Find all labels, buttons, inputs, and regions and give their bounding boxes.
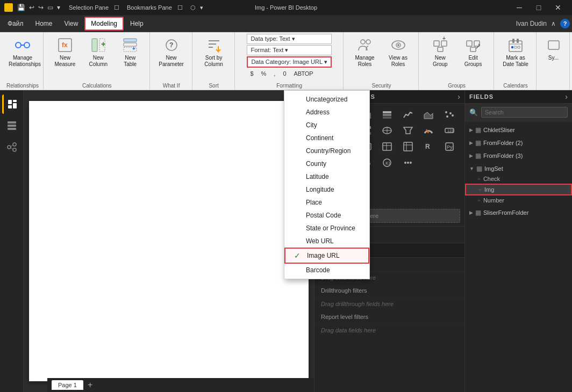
help-btn[interactable]: ? bbox=[560, 19, 570, 28]
data-category-dropdown[interactable]: Data Category: Image URL ▾ bbox=[247, 56, 331, 68]
field-group-fromfolder3-header[interactable]: ▶ ▦ FromFolder (3) bbox=[465, 150, 572, 161]
menu-item-postal-code[interactable]: Postal Code bbox=[284, 209, 369, 222]
new-group-btn[interactable]: + New Group bbox=[424, 34, 456, 75]
viz-table[interactable] bbox=[380, 139, 395, 154]
menu-item-country-region[interactable]: Country/Region bbox=[284, 144, 369, 157]
viz-card[interactable]: 123 bbox=[442, 123, 457, 138]
menu-item-state-province[interactable]: State or Province bbox=[284, 222, 369, 235]
menu-home[interactable]: Home bbox=[30, 18, 58, 30]
menu-item-county[interactable]: County bbox=[284, 157, 369, 170]
menu-item-web-url[interactable]: Web URL bbox=[284, 235, 369, 248]
data-view-icon[interactable] bbox=[2, 116, 22, 135]
groups-group-label: Groups bbox=[448, 82, 466, 89]
parameter-icon: ? bbox=[163, 37, 180, 54]
filter-drag-2[interactable]: Drag drillthrough fields here bbox=[314, 297, 464, 310]
menu-item-uncategorized[interactable]: Uncategorized bbox=[284, 93, 369, 106]
report-view-icon[interactable] bbox=[2, 95, 22, 114]
checkbox-bookmarks[interactable]: ☐ bbox=[177, 4, 183, 11]
viz-r-script[interactable]: R bbox=[421, 139, 436, 154]
menu-help[interactable]: Help bbox=[125, 18, 149, 30]
svg-rect-45 bbox=[13, 100, 17, 102]
menu-item-city[interactable]: City bbox=[284, 119, 369, 132]
fields-search-input[interactable] bbox=[481, 107, 568, 118]
restore-btn[interactable]: ▭ bbox=[46, 4, 54, 11]
dollar-btn[interactable]: $ bbox=[247, 69, 256, 78]
menu-item-continent[interactable]: Continent bbox=[284, 132, 369, 144]
comma-btn[interactable]: , bbox=[270, 69, 278, 78]
maximize-btn[interactable]: □ bbox=[529, 0, 548, 15]
user-chevron[interactable]: ∧ bbox=[551, 20, 556, 27]
user-name: Ivan Dudin bbox=[516, 20, 547, 27]
page-tab-1[interactable]: Page 1 bbox=[52, 380, 83, 390]
percent-btn[interactable]: % bbox=[258, 69, 270, 78]
field-group-sliserfromfolder-header[interactable]: ▶ ▦ SliserFromFolder bbox=[465, 207, 572, 218]
field-item-img[interactable]: ▫ Img bbox=[465, 184, 572, 195]
viz-line-chart[interactable] bbox=[401, 107, 416, 122]
mark-date-table-btn[interactable]: Mark as Date Table bbox=[499, 34, 532, 75]
field-item-check[interactable]: ▫ Check bbox=[465, 174, 572, 184]
menu-item-latitude[interactable]: Latitude bbox=[284, 170, 369, 183]
selection-pane-btn[interactable]: Selection Pane bbox=[69, 4, 109, 11]
minimize-btn[interactable]: ─ bbox=[510, 0, 529, 15]
add-page-btn[interactable]: + bbox=[88, 380, 92, 390]
svg-rect-67 bbox=[383, 117, 391, 119]
viz-panel-arrow[interactable]: › bbox=[457, 92, 460, 101]
fields-panel-arrow[interactable]: › bbox=[565, 92, 568, 101]
manage-roles-btn[interactable]: Manage Roles bbox=[349, 34, 381, 75]
menu-item-image-url[interactable]: ✓ Image URL bbox=[284, 248, 369, 264]
new-column-btn[interactable]: + New Column bbox=[82, 34, 115, 75]
viz-funnel[interactable] bbox=[401, 123, 416, 138]
menu-item-barcode[interactable]: Barcode bbox=[284, 264, 369, 277]
menu-modeling[interactable]: Modeling bbox=[84, 17, 124, 31]
new-parameter-btn[interactable]: ? New Parameter bbox=[155, 34, 188, 75]
new-table-btn[interactable]: + New Table bbox=[116, 34, 145, 75]
field-group-fromfolder2-header[interactable]: ▶ ▦ FromFolder (2) bbox=[465, 137, 572, 148]
viz-key-influencers[interactable]: KI bbox=[380, 155, 395, 170]
view-as-roles-btn[interactable]: View as Roles bbox=[382, 34, 414, 75]
field-group-chkletsliser-header[interactable]: ▶ ▦ ChkletSliser bbox=[465, 125, 572, 135]
new-measure-btn[interactable]: fx New Measure bbox=[49, 34, 81, 75]
model-view-icon[interactable] bbox=[2, 137, 22, 157]
save-quick-btn[interactable]: 💾 bbox=[16, 4, 26, 11]
close-btn[interactable]: ✕ bbox=[548, 0, 568, 15]
menu-file[interactable]: Файл bbox=[2, 18, 29, 30]
menu-view[interactable]: View bbox=[59, 18, 84, 30]
sort-by-column-btn[interactable]: Sort by Column bbox=[198, 34, 230, 75]
viz-matrix[interactable] bbox=[401, 139, 416, 154]
auto-btn[interactable]: АВТОР bbox=[291, 69, 317, 78]
data-type-dropdown[interactable]: Data type: Text ▾ bbox=[247, 34, 331, 44]
format-dropdown[interactable]: Format: Text ▾ bbox=[247, 45, 331, 55]
checkbox-selection[interactable]: ☐ bbox=[114, 4, 119, 11]
undo-btn[interactable]: ↩ bbox=[28, 4, 35, 11]
redo-btn[interactable]: ↪ bbox=[37, 4, 45, 11]
calendar-icon bbox=[507, 37, 524, 54]
new-parameter-label: New Parameter bbox=[159, 55, 184, 68]
manage-relationships-btn[interactable]: Manage Relationships bbox=[5, 34, 40, 75]
viz-map[interactable] bbox=[380, 123, 395, 138]
field-item-number[interactable]: ▫ Number bbox=[465, 195, 572, 205]
dropdown-btn[interactable]: ▾ bbox=[56, 4, 61, 11]
viz-scatter[interactable] bbox=[442, 107, 457, 122]
sy-btn[interactable]: Sy... bbox=[542, 34, 566, 75]
filter-drag-3[interactable]: Drag data fields here bbox=[314, 324, 464, 337]
viz-100-stacked-bar[interactable] bbox=[380, 107, 395, 122]
menu-item-longitude[interactable]: Longitude bbox=[284, 183, 369, 196]
viz-area-chart[interactable] bbox=[421, 107, 436, 122]
sy-label: Sy... bbox=[548, 55, 559, 61]
menu-item-place[interactable]: Place bbox=[284, 196, 369, 209]
edit-groups-btn[interactable]: Edit Groups bbox=[457, 34, 489, 75]
powerbi-logo-icon bbox=[4, 3, 13, 12]
relationships-group-label: Relationships bbox=[6, 82, 39, 89]
svg-text:?: ? bbox=[169, 41, 173, 49]
field-group-imgset-header[interactable]: ▼ ▦ ImgSet bbox=[465, 163, 572, 174]
decimal-btn[interactable]: 0 bbox=[280, 69, 289, 78]
viz-python[interactable]: Py bbox=[442, 139, 457, 154]
viz-gauge[interactable] bbox=[421, 123, 436, 138]
svg-rect-31 bbox=[467, 41, 472, 46]
bookmarks-pane-btn[interactable]: Bookmarks Pane bbox=[127, 4, 172, 11]
viz-more[interactable] bbox=[401, 155, 416, 170]
svg-rect-3 bbox=[11, 5, 12, 11]
table-icon-fromfolder2: ▦ bbox=[475, 139, 481, 147]
menu-item-address[interactable]: Address bbox=[284, 106, 369, 119]
dropdown-arrow[interactable]: ▾ bbox=[200, 4, 203, 11]
